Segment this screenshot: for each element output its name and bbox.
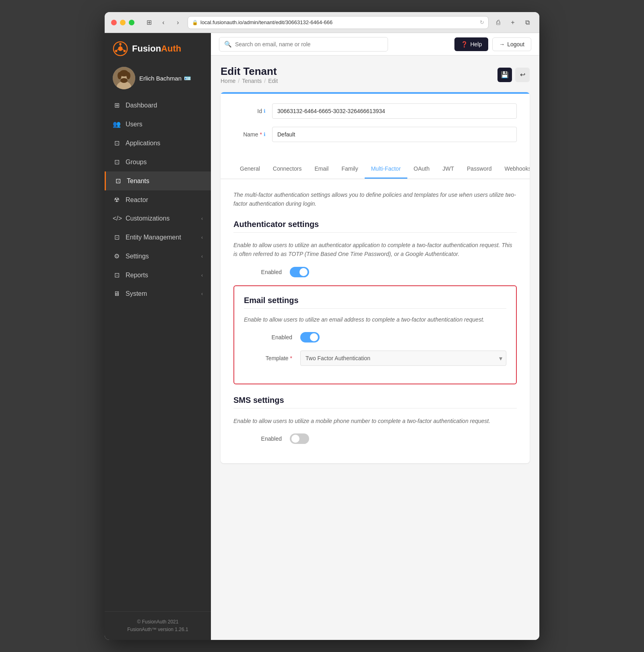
top-bar: 🔍 ❓ Help → Logout	[211, 33, 539, 56]
sidebar-item-users[interactable]: 👥 Users	[105, 115, 211, 134]
help-icon: ❓	[461, 41, 468, 47]
sms-enabled-toggle[interactable]	[290, 433, 309, 444]
sidebar-item-label: Tenants	[127, 177, 149, 185]
sidebar-item-settings[interactable]: ⚙ Settings ‹	[105, 247, 211, 266]
share-icon[interactable]: ⎙	[493, 17, 504, 28]
id-field-row: Id ℹ	[233, 103, 517, 119]
sidebar-item-dashboard[interactable]: ⊞ Dashboard	[105, 96, 211, 115]
authenticator-settings-section: Authenticator settings Enable to allow u…	[233, 220, 517, 277]
tab-connectors[interactable]: Connectors	[266, 160, 308, 179]
authenticator-enabled-label: Enabled	[233, 269, 282, 275]
svg-point-14	[120, 78, 128, 83]
email-enabled-label: Enabled	[244, 334, 292, 340]
sidebar-item-label: Settings	[126, 253, 149, 260]
page-header: Edit Tenant Home / Tenants / Edit 💾 ↩	[221, 65, 530, 84]
sms-description: Enable to allow users to utilize a mobil…	[233, 417, 517, 425]
title-bar-actions: ⎙ + ⧉	[493, 17, 533, 28]
breadcrumb-sep: /	[238, 78, 239, 84]
search-icon: 🔍	[224, 41, 232, 48]
authenticator-enabled-toggle[interactable]	[290, 267, 309, 277]
template-select[interactable]: Two Factor Authentication	[300, 351, 506, 366]
help-button[interactable]: ❓ Help	[454, 37, 488, 51]
user-avatar-image	[113, 67, 135, 89]
sidebar-item-label: Customizations	[126, 215, 169, 222]
forward-button[interactable]: ›	[172, 17, 184, 28]
applications-icon: ⊡	[113, 139, 121, 147]
tab-password[interactable]: Password	[460, 160, 498, 179]
sidebar-item-applications[interactable]: ⊡ Applications	[105, 134, 211, 153]
tab-jwt[interactable]: JWT	[436, 160, 460, 179]
name-info-icon: ℹ	[264, 132, 266, 137]
section-divider	[233, 408, 517, 409]
authenticator-title: Authenticator settings	[233, 220, 517, 229]
address-bar[interactable]: 🔒 local.fusionauth.io/admin/tenant/edit/…	[188, 16, 489, 29]
page-actions: 💾 ↩	[497, 68, 530, 82]
sidebar-item-tenants[interactable]: ⊡ Tenants	[105, 171, 211, 190]
page-title: Edit Tenant	[221, 65, 278, 78]
tab-webhooks[interactable]: Webhooks	[498, 160, 530, 179]
logout-icon: →	[499, 41, 505, 47]
back-button[interactable]: ↩	[515, 68, 530, 82]
logo-auth: Auth	[161, 43, 181, 54]
sidebar-item-reports[interactable]: ⊡ Reports ‹	[105, 266, 211, 285]
chevron-right-icon: ‹	[201, 254, 203, 259]
tenants-icon: ⊡	[114, 177, 122, 185]
sidebar-item-label: Entity Management	[126, 234, 181, 241]
back-button[interactable]: ‹	[158, 17, 169, 28]
page-content: Edit Tenant Home / Tenants / Edit 💾 ↩	[211, 56, 539, 640]
user-card-icon: 🪪	[184, 75, 191, 81]
close-button[interactable]	[111, 20, 117, 25]
sidebar-item-label: Reports	[126, 272, 148, 279]
template-required-indicator: *	[290, 355, 292, 361]
search-box[interactable]: 🔍	[219, 37, 388, 52]
refresh-icon[interactable]: ↻	[480, 19, 484, 25]
search-input[interactable]	[235, 41, 383, 47]
sidebar-item-reactor[interactable]: ☢ Reactor	[105, 190, 211, 209]
traffic-lights	[111, 20, 134, 25]
svg-point-1	[118, 46, 122, 51]
save-button[interactable]: 💾	[497, 68, 512, 82]
logo-fusion: Fusion	[132, 43, 161, 54]
sidebar-item-system[interactable]: 🖥 System ‹	[105, 285, 211, 303]
minimize-button[interactable]	[120, 20, 126, 25]
top-bar-right: ❓ Help → Logout	[454, 37, 531, 51]
maximize-button[interactable]	[129, 20, 134, 25]
sidebar-toggle-button[interactable]: ⊞	[143, 17, 155, 28]
email-template-row: Template * Two Factor Authentication ▾	[244, 351, 506, 366]
groups-icon: ⊡	[113, 158, 121, 166]
tabs-container: General Connectors Email Family Multi-Fa	[221, 160, 530, 179]
tabs-icon[interactable]: ⧉	[522, 17, 533, 28]
lock-icon: 🔒	[192, 20, 198, 25]
tab-oauth[interactable]: OAuth	[407, 160, 436, 179]
sidebar-item-groups[interactable]: ⊡ Groups	[105, 153, 211, 171]
reactor-icon: ☢	[113, 196, 121, 204]
email-settings-box: Email settings Enable to allow users to …	[233, 285, 517, 384]
sms-title: SMS settings	[233, 396, 517, 405]
url-text: local.fusionauth.io/admin/tenant/edit/30…	[200, 19, 332, 25]
sidebar-navigation: ⊞ Dashboard 👥 Users ⊡ Applications ⊡ Gro…	[105, 96, 211, 611]
name-field-row: Name * ℹ	[233, 127, 517, 142]
tab-family[interactable]: Family	[335, 160, 364, 179]
tab-general[interactable]: General	[233, 160, 266, 179]
svg-line-6	[122, 49, 124, 50]
svg-point-3	[124, 50, 126, 52]
email-enabled-toggle[interactable]	[300, 332, 320, 343]
nav-controls: ⊞ ‹ ›	[143, 17, 184, 28]
sidebar-item-entity-management[interactable]: ⊡ Entity Management ‹	[105, 228, 211, 247]
name-input[interactable]	[272, 127, 517, 142]
settings-icon: ⚙	[113, 252, 121, 260]
breadcrumb-tenants[interactable]: Tenants	[242, 78, 262, 84]
section-divider	[233, 232, 517, 233]
mac-window: ⊞ ‹ › 🔒 local.fusionauth.io/admin/tenant…	[105, 12, 539, 640]
tab-multi-factor[interactable]: Multi-Factor	[365, 160, 407, 179]
toggle-slider	[290, 267, 309, 277]
sidebar-item-label: Users	[126, 121, 142, 128]
name-label: Name * ℹ	[233, 131, 266, 138]
sidebar-item-customizations[interactable]: </> Customizations ‹	[105, 209, 211, 228]
new-tab-icon[interactable]: +	[507, 17, 518, 28]
version-text: FusionAuth™ version 1.26.1	[113, 626, 203, 633]
breadcrumb-home[interactable]: Home	[221, 78, 235, 84]
logout-button[interactable]: → Logout	[492, 37, 531, 51]
tab-email[interactable]: Email	[308, 160, 335, 179]
sidebar: FusionAuth	[105, 33, 211, 640]
